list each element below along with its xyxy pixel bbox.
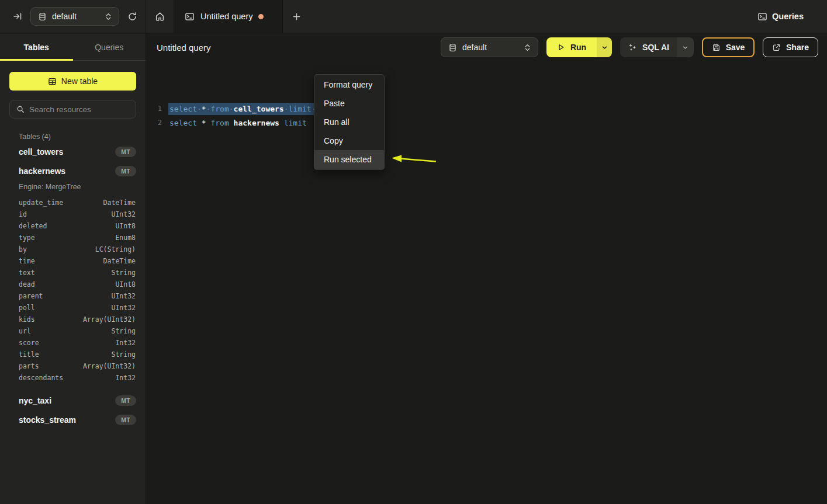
column-type: Int32: [115, 374, 136, 382]
top-bar-left: default: [0, 0, 146, 33]
column-row: byLC(String): [0, 244, 146, 255]
query-toolbar: Untitled query default: [147, 34, 827, 61]
main-area: Untitled query default: [147, 34, 827, 504]
token-plain: *: [202, 119, 206, 127]
line-number: 2: [147, 119, 162, 127]
save-icon: [712, 43, 721, 52]
new-table-button[interactable]: New table: [9, 72, 136, 91]
sql-ai-dropdown[interactable]: [677, 37, 694, 57]
column-name: update_time: [19, 199, 103, 207]
table-row[interactable]: cell_towersMT: [0, 142, 146, 161]
engine-badge: MT: [115, 395, 136, 406]
run-button[interactable]: Run: [546, 37, 597, 57]
search-icon: [16, 105, 25, 113]
query-title: Untitled query: [157, 43, 441, 53]
code-line[interactable]: 2select * from hackernews limit: [147, 116, 827, 130]
token-dot: ·: [229, 105, 234, 113]
column-row: update_timeDateTime: [0, 197, 146, 208]
column-type: UInt8: [115, 222, 136, 230]
token-plain: *: [202, 105, 206, 113]
token-kw: select: [169, 119, 197, 127]
column-name: poll: [19, 304, 111, 312]
column-type: DateTime: [103, 257, 136, 265]
database-icon: [38, 12, 47, 21]
column-name: descendants: [19, 374, 115, 382]
column-name: url: [19, 327, 111, 335]
sql-editor[interactable]: 1select·*·from·cell_towers·limit·1002sel…: [147, 95, 827, 504]
column-name: time: [19, 257, 103, 265]
table-engine: Engine: MergeTree: [0, 180, 146, 194]
engine-badge: MT: [115, 166, 136, 176]
token-kw: select: [169, 105, 197, 113]
column-row: kidsArray(UInt32): [0, 314, 146, 325]
new-tab-button[interactable]: [283, 0, 310, 33]
column-type: String: [111, 327, 136, 335]
context-menu: Format queryPasteRun allCopyRun selected: [314, 74, 385, 170]
column-row: urlString: [0, 325, 146, 337]
column-row: scoreInt32: [0, 337, 146, 349]
column-type: Enum8: [115, 234, 136, 242]
query-tab-title: Untitled query: [200, 12, 252, 21]
save-button[interactable]: Save: [702, 37, 755, 57]
sidebar: Tables Queries New table Tables (4) cell…: [0, 34, 146, 504]
search-input[interactable]: [29, 105, 129, 114]
database-selector[interactable]: default: [30, 7, 119, 26]
column-type: UInt32: [111, 292, 136, 300]
queries-panel-label: Queries: [772, 12, 804, 21]
home-tab-button[interactable]: [146, 0, 174, 33]
column-name: id: [19, 210, 111, 218]
tab-tables[interactable]: Tables: [0, 34, 73, 60]
sql-ai-label: SQL AI: [642, 43, 669, 52]
sparkles-icon: [628, 43, 637, 52]
column-type: LC(String): [95, 245, 136, 253]
tab-queries[interactable]: Queries: [73, 34, 146, 60]
database-selector-toolbar-value: default: [462, 43, 519, 52]
column-type: String: [111, 350, 136, 359]
column-name: type: [19, 234, 115, 242]
top-bar: default Untitled query: [0, 0, 827, 33]
context-menu-item[interactable]: Format query: [314, 75, 384, 94]
column-row: idUInt32: [0, 208, 146, 220]
run-options-dropdown[interactable]: [597, 37, 612, 57]
database-icon: [448, 43, 457, 52]
table-row[interactable]: stocks_streamMT: [0, 410, 146, 429]
context-menu-item[interactable]: Run selected: [314, 150, 384, 169]
table-row[interactable]: hackernewsMT: [0, 161, 146, 180]
code-line[interactable]: 1select·*·from·cell_towers·limit·100: [147, 102, 827, 116]
column-name: text: [19, 269, 111, 277]
unsaved-indicator-dot: [258, 14, 264, 19]
chevron-updown-icon: [105, 13, 112, 20]
token-sp: [279, 119, 284, 127]
token-kw: from: [210, 105, 229, 113]
context-menu-item[interactable]: Run all: [314, 113, 384, 131]
tables-list: cell_towersMThackernewsMTEngine: MergeTr…: [0, 142, 146, 429]
token-kw: from: [210, 119, 229, 127]
column-name: dead: [19, 280, 115, 289]
column-row: pollUInt32: [0, 302, 146, 314]
toolbar-controls: default Run: [441, 37, 818, 57]
sql-ai-button[interactable]: SQL AI: [620, 37, 677, 57]
column-row: deletedUInt8: [0, 220, 146, 232]
column-name: kids: [19, 315, 83, 324]
column-type: String: [111, 269, 136, 277]
column-row: titleString: [0, 349, 146, 360]
collapse-sidebar-icon[interactable]: [13, 12, 22, 21]
database-selector-toolbar[interactable]: default: [441, 37, 538, 57]
share-button[interactable]: Share: [763, 37, 818, 57]
refresh-icon[interactable]: [127, 12, 137, 22]
play-icon: [557, 43, 565, 51]
column-name: by: [19, 245, 95, 253]
column-type: Array(UInt32): [83, 362, 136, 370]
column-row: deadUInt8: [0, 279, 146, 290]
column-type: UInt32: [111, 210, 136, 218]
token-sp: [197, 119, 202, 127]
context-menu-item[interactable]: Paste: [314, 94, 384, 113]
query-tab[interactable]: Untitled query: [174, 0, 283, 33]
queries-panel-button[interactable]: Queries: [757, 12, 827, 22]
column-row: typeEnum8: [0, 232, 146, 244]
table-row[interactable]: nyc_taxiMT: [0, 391, 146, 410]
column-row: parentUInt32: [0, 290, 146, 302]
context-menu-item[interactable]: Copy: [314, 131, 384, 150]
sql-ai-button-group: SQL AI: [620, 37, 694, 57]
column-type: Array(UInt32): [83, 315, 136, 324]
